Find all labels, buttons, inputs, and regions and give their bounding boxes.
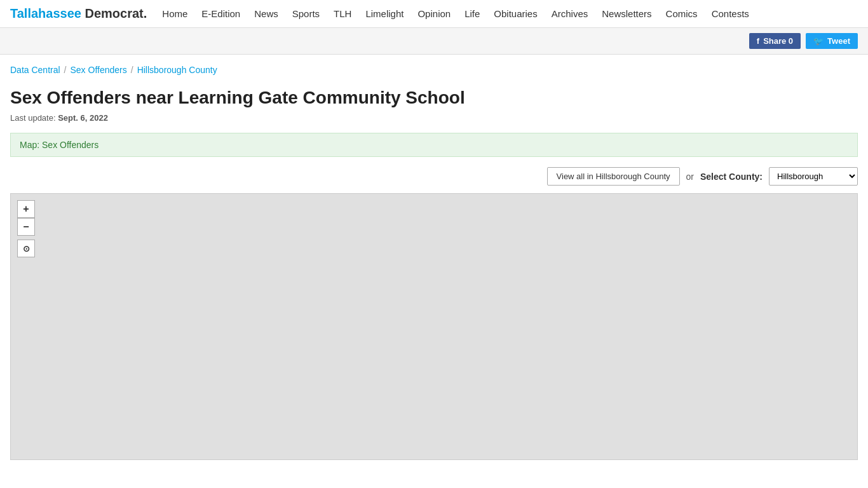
- logo-democrat: Democrat.: [85, 6, 147, 20]
- nav-item-e-edition[interactable]: E-Edition: [201, 8, 240, 19]
- map-section-label: Map: Sex Offenders: [20, 140, 98, 150]
- breadcrumb-separator: /: [64, 65, 67, 75]
- nav-item-limelight[interactable]: Limelight: [365, 8, 403, 19]
- last-update-label: Last update:: [10, 113, 56, 123]
- nav-item-newsletters[interactable]: Newsletters: [602, 8, 651, 19]
- breadcrumb: Data Central/Sex Offenders/Hillsborough …: [10, 65, 858, 75]
- breadcrumb-link-hillsborough-county[interactable]: Hillsborough County: [137, 65, 217, 75]
- facebook-icon: f: [757, 36, 759, 46]
- nav-item-opinion[interactable]: Opinion: [417, 8, 451, 19]
- nav-item-obituaries[interactable]: Obituaries: [494, 8, 537, 19]
- zoom-reset-button[interactable]: ⊙: [17, 240, 35, 257]
- facebook-share-button[interactable]: f Share 0: [749, 33, 801, 49]
- social-bar: f Share 0 🐦 Tweet: [0, 28, 868, 55]
- breadcrumb-separator: /: [131, 65, 133, 75]
- main-nav: HomeE-EditionNewsSportsTLHLimelightOpini…: [162, 8, 858, 19]
- map-container: + − ⊙: [10, 193, 858, 460]
- breadcrumb-link-sex-offenders[interactable]: Sex Offenders: [70, 65, 126, 75]
- select-county-label: Select County:: [700, 172, 763, 182]
- main-content: Data Central/Sex Offenders/Hillsborough …: [0, 55, 868, 460]
- nav-item-sports[interactable]: Sports: [292, 8, 320, 19]
- nav-item-comics[interactable]: Comics: [666, 8, 698, 19]
- nav-item-home[interactable]: Home: [162, 8, 187, 19]
- nav-item-news[interactable]: News: [254, 8, 278, 19]
- or-separator: or: [686, 172, 694, 182]
- zoom-controls: + − ⊙: [17, 200, 35, 257]
- zoom-out-button[interactable]: −: [17, 218, 35, 236]
- facebook-share-label: Share 0: [763, 36, 793, 46]
- zoom-in-button[interactable]: +: [17, 200, 35, 218]
- nav-item-tlh[interactable]: TLH: [334, 8, 351, 19]
- nav-item-life[interactable]: Life: [465, 8, 480, 19]
- map-section-header: Map: Sex Offenders: [10, 133, 858, 157]
- map-placeholder: [11, 194, 857, 459]
- last-update-date: Sept. 6, 2022: [58, 113, 108, 123]
- twitter-icon: 🐦: [813, 36, 824, 46]
- page-title: Sex Offenders near Learning Gate Communi…: [10, 88, 858, 108]
- logo-tallahassee: Tallahassee: [10, 6, 81, 20]
- map-controls: View all in Hillsborough County or Selec…: [10, 167, 858, 186]
- nav-item-contests[interactable]: Contests: [712, 8, 749, 19]
- twitter-tweet-button[interactable]: 🐦 Tweet: [806, 33, 858, 49]
- breadcrumb-link-data-central[interactable]: Data Central: [10, 65, 60, 75]
- twitter-tweet-label: Tweet: [827, 36, 850, 46]
- county-select[interactable]: HillsboroughAlachuaBakerBayBradfordBreva…: [769, 167, 858, 186]
- site-header: Tallahassee Democrat. HomeE-EditionNewsS…: [0, 0, 868, 28]
- nav-item-archives[interactable]: Archives: [552, 8, 588, 19]
- view-all-button[interactable]: View all in Hillsborough County: [547, 167, 680, 186]
- last-update: Last update: Sept. 6, 2022: [10, 113, 858, 123]
- site-logo[interactable]: Tallahassee Democrat.: [10, 6, 147, 21]
